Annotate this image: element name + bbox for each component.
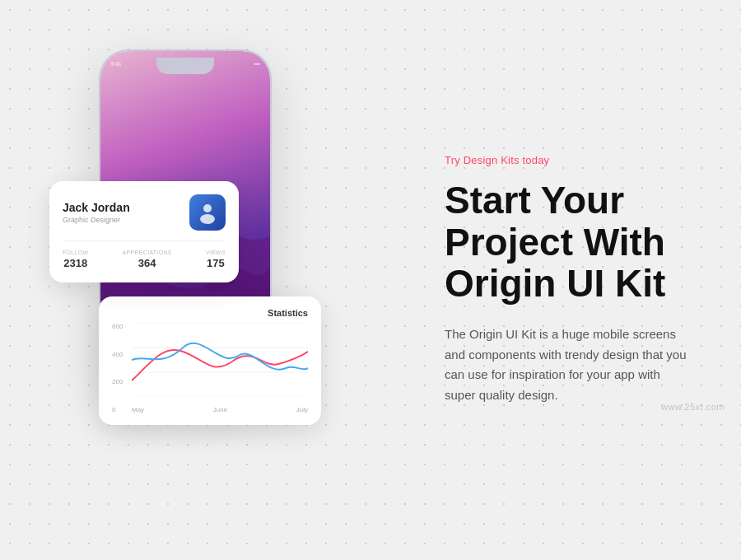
profile-info: Jack Jordan Graphic Designer — [63, 201, 130, 224]
y-label-0: 0 — [112, 406, 123, 413]
x-label-may: May — [132, 406, 144, 413]
x-label-july: July — [296, 406, 308, 413]
chart-area: 600 400 200 0 May — [112, 323, 308, 413]
y-label-600: 600 — [112, 323, 123, 330]
svg-point-0 — [203, 204, 212, 212]
stat-views-label: VIEWS — [206, 250, 226, 255]
tagline: Try Design Kits today — [445, 154, 692, 166]
watermark: www.25xt.com — [661, 402, 725, 412]
stat-follow-label: FOLLOW — [63, 250, 88, 255]
stat-appreciations: APPRECIATIONS 364 — [123, 250, 172, 269]
headline: Start Your Project With Origin UI Kit — [445, 180, 692, 305]
stat-views: VIEWS 175 — [206, 250, 226, 269]
stat-follow-value: 2318 — [63, 257, 88, 269]
svg-point-1 — [200, 214, 215, 224]
profile-card: Jack Jordan Graphic Designer FOLLOW 2318 — [49, 181, 239, 282]
headline-line1: Start Your — [445, 179, 624, 222]
status-icons: ▪▪▪ — [254, 61, 260, 67]
headline-line3: Origin UI Kit — [445, 262, 665, 305]
profile-avatar — [189, 194, 226, 231]
headline-line2: Project With — [445, 221, 665, 264]
y-label-400: 400 — [112, 351, 123, 358]
stats-card: Statistics 600 400 200 0 — [99, 296, 321, 425]
profile-card-header: Jack Jordan Graphic Designer — [63, 194, 226, 231]
stat-views-value: 175 — [206, 257, 226, 269]
profile-name: Jack Jordan — [63, 201, 130, 214]
content-wrapper: 9:41 ▪▪▪ Jack Jordan Graphic Designer — [0, 0, 741, 560]
profile-role: Graphic Designer — [63, 216, 130, 224]
x-label-june: June — [213, 406, 227, 413]
y-label-200: 200 — [112, 378, 123, 385]
description: The Origin UI Kit is a huge mobile scree… — [445, 324, 692, 406]
stat-follow: FOLLOW 2318 — [63, 250, 88, 269]
stat-appreciations-label: APPRECIATIONS — [123, 250, 172, 255]
chart-x-labels: May June July — [132, 406, 308, 413]
status-time: 9:41 — [110, 61, 122, 67]
stats-card-title: Statistics — [112, 308, 308, 318]
left-panel: 9:41 ▪▪▪ Jack Jordan Graphic Designer — [0, 0, 395, 560]
stat-appreciations-value: 364 — [123, 257, 172, 269]
phone-status-bar: 9:41 ▪▪▪ — [110, 61, 260, 67]
chart-svg — [132, 323, 308, 397]
profile-stats: FOLLOW 2318 APPRECIATIONS 364 VIEWS 175 — [63, 240, 226, 269]
chart-y-labels: 600 400 200 0 — [112, 323, 123, 413]
right-panel: Try Design Kits today Start Your Project… — [395, 0, 741, 560]
